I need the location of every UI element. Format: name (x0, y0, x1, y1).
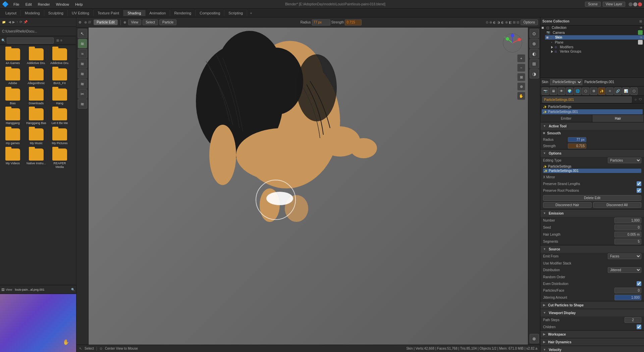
folder-my-music[interactable]: My Music (25, 127, 48, 146)
skin-item[interactable]: ⬡ Skin 👁 (545, 35, 644, 40)
prop-object-btn[interactable]: ⬡ (582, 87, 589, 95)
number-input[interactable] (614, 218, 641, 223)
add-workspace-btn[interactable]: + (247, 10, 255, 16)
particles-face-input[interactable] (614, 288, 641, 293)
options-btn[interactable]: Options (521, 19, 538, 25)
vd-header[interactable]: ▼ Viewport Display (540, 309, 644, 316)
path-steps-input[interactable] (625, 317, 641, 323)
navigate-btn[interactable]: ✋ (517, 92, 525, 100)
vertex-groups-item[interactable]: ⊞ Vertex Groups (550, 49, 644, 54)
folder-reaper-media[interactable]: REAPER Media (48, 147, 71, 170)
options-header[interactable]: ▼ Options (540, 150, 644, 157)
vs-prop-icon[interactable]: ⊛ (530, 39, 539, 48)
tab-uv-editing[interactable]: UV Editing (68, 10, 94, 16)
prop-physics-btn[interactable]: ⚛ (606, 87, 613, 95)
skin-vis[interactable]: 👁 (640, 36, 643, 39)
view-btn[interactable]: View (128, 19, 142, 25)
folder-hanggang[interactable]: Hanggang (1, 107, 24, 126)
cut-tool[interactable]: ✂ (78, 89, 87, 99)
folder-bias[interactable]: Bias (1, 87, 24, 107)
prop-mod-btn[interactable]: ⚙ (590, 87, 597, 95)
radius-input[interactable] (312, 19, 330, 25)
disconnect-all-btn[interactable]: Disconnect All (593, 202, 642, 208)
prop-data-btn[interactable]: 📊 (622, 87, 630, 95)
ps-item-1[interactable]: ✨ ParticleSettings (542, 104, 643, 109)
jittering-input[interactable] (614, 295, 641, 300)
preserve-root-cb[interactable] (637, 188, 641, 193)
collection-item[interactable]: ◻ Collection 👁 (540, 25, 644, 30)
plane-item[interactable]: ▪ Plane (550, 40, 644, 45)
tab-shading[interactable]: Shading (123, 10, 145, 16)
seed-input[interactable] (614, 225, 641, 230)
folder-addictive-dru1[interactable]: Addictive Dru. (25, 47, 48, 66)
modifiers-item[interactable]: ⚙ Modifiers (550, 45, 644, 49)
tab-scripting[interactable]: Scripting (224, 10, 247, 16)
vs-edit-icon[interactable]: ◐ (530, 49, 539, 58)
hair-tab[interactable]: Hair (592, 115, 644, 122)
local-view-btn[interactable]: ⊛ (517, 82, 525, 91)
folder-my-games[interactable]: my games (1, 127, 24, 146)
scene-selector[interactable]: Scene (585, 2, 600, 7)
prop-render-btn[interactable]: 📷 (542, 87, 549, 95)
prop-world-btn[interactable]: 🌐 (574, 87, 581, 95)
at-strength-input[interactable] (568, 143, 586, 149)
menu-window[interactable]: Window (53, 2, 72, 7)
workspace-header[interactable]: ▶ Workspace (540, 331, 644, 338)
tab-compositing[interactable]: Compositing (196, 10, 224, 16)
prop-output-btn[interactable]: 🖥 (550, 87, 557, 95)
strength-input[interactable] (345, 19, 362, 25)
add-tool[interactable]: ≋ (78, 59, 87, 68)
velocity-header[interactable]: ▼ Velocity (540, 346, 644, 352)
editing-type-select[interactable]: Particles (608, 158, 641, 163)
emitter-tab[interactable]: Emitter (540, 115, 592, 122)
particle-settings-select[interactable]: ParticleSettings (550, 79, 582, 85)
smooth-tool[interactable]: ≈ (78, 49, 87, 58)
zoom-in-btn[interactable]: + (517, 54, 525, 62)
folder-native-instru[interactable]: Native Instru... (25, 147, 48, 170)
menu-help[interactable]: Help (72, 2, 86, 7)
distribution-select[interactable]: Jittered (608, 267, 641, 273)
prop-mat-btn[interactable]: ⬡ (630, 87, 638, 95)
menu-render[interactable]: Render (35, 2, 53, 7)
select-btn[interactable]: Select (143, 19, 158, 25)
perspective-btn[interactable]: ⊞ (517, 73, 525, 81)
disconnect-hair-btn[interactable]: Disconnect Hair (543, 202, 592, 208)
minimize-btn[interactable] (629, 2, 633, 6)
hair-dynamics-header[interactable]: ▶ Hair Dynamics (540, 338, 644, 346)
length-tool[interactable]: ≋ (78, 69, 87, 78)
vs-render-icon[interactable]: ◑ (530, 69, 539, 78)
ps-fake-btn[interactable]: ☆ (634, 98, 637, 101)
ps-shield-btn[interactable]: 🛡 (639, 98, 642, 101)
menu-file[interactable]: File (11, 2, 22, 7)
viewport-3d[interactable]: X Y Z + − ⊞ ⊛ ✋ (89, 27, 528, 345)
puff-tool[interactable]: ≋ (78, 79, 87, 89)
collection-vis[interactable]: 👁 (640, 26, 643, 30)
hair-length-input[interactable] (614, 232, 641, 237)
close-btn[interactable] (638, 2, 642, 6)
camera-item[interactable]: 📷 Camera (545, 30, 644, 35)
emit-from-select[interactable]: Faces (608, 253, 641, 259)
view-layer-selector[interactable]: View Layer (603, 2, 625, 7)
prop-scene-btn[interactable]: 🌍 (566, 87, 573, 95)
sc-menu-icon[interactable]: ⊞ (639, 19, 642, 23)
particle-edit-mode[interactable]: Particle Edit (94, 19, 117, 25)
cut-particles-header[interactable]: ▶ Cut Particles to Shape (540, 301, 644, 309)
folder-my-videos[interactable]: My Videos (1, 147, 24, 170)
weight-tool[interactable]: ≋ (78, 99, 87, 109)
comb-tool[interactable]: ≋ (78, 39, 87, 48)
prop-particle-btn[interactable]: ✨ (598, 87, 605, 95)
source-header[interactable]: ▼ Source (540, 245, 644, 253)
emission-header[interactable]: ▼ Emission (540, 210, 644, 217)
cursor-tool[interactable]: ↖ (78, 29, 87, 38)
prop-constraint-btn[interactable]: 🔗 (614, 87, 622, 95)
at-radius-input[interactable] (568, 137, 586, 142)
ps-name-input[interactable] (542, 97, 632, 103)
search-input[interactable] (7, 38, 54, 44)
tab-layout[interactable]: Layout (1, 10, 21, 16)
folder-hang[interactable]: Hang (48, 87, 71, 107)
particle-btn[interactable]: Particle (159, 19, 176, 25)
tab-sculpting[interactable]: Sculpting (44, 10, 68, 16)
tab-animation[interactable]: Animation (146, 10, 170, 16)
folder-allegorithmic[interactable]: Allegorithmic (25, 67, 48, 86)
active-tool-header[interactable]: ▼ Active Tool (540, 122, 644, 130)
